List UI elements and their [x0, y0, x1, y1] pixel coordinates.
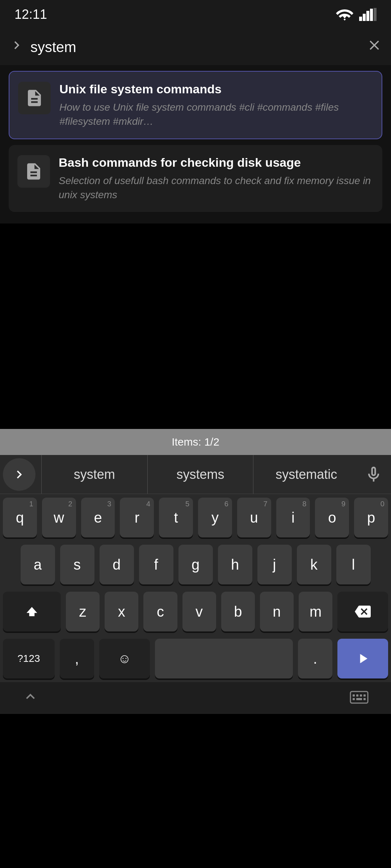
keyboard-settings-icon[interactable]: [349, 689, 369, 707]
key-j[interactable]: j: [257, 545, 292, 584]
items-count-text: Items: 1/2: [172, 436, 219, 448]
key-d[interactable]: d: [100, 545, 134, 584]
key-a[interactable]: a: [21, 545, 55, 584]
wifi-icon: [336, 8, 353, 21]
keyboard-row-4: ?123 , ☺ .: [0, 635, 391, 682]
result-icon-2: [17, 155, 50, 188]
key-n[interactable]: n: [260, 592, 294, 631]
key-q[interactable]: q1: [3, 498, 37, 537]
key-o[interactable]: o9: [315, 498, 349, 537]
key-w[interactable]: w2: [42, 498, 76, 537]
mic-icon[interactable]: [359, 460, 388, 489]
empty-space: [0, 224, 391, 429]
key-y[interactable]: y6: [198, 498, 232, 537]
svg-rect-4: [374, 8, 377, 21]
status-time: 12:11: [14, 7, 47, 22]
key-g[interactable]: g: [178, 545, 213, 584]
key-x[interactable]: x: [105, 592, 138, 631]
svg-rect-9: [363, 694, 366, 697]
svg-rect-7: [356, 694, 358, 697]
result-text-1: Unix file system commands How to use Uni…: [59, 82, 373, 128]
key-m[interactable]: m: [299, 592, 332, 631]
back-chevron-icon[interactable]: [9, 37, 25, 57]
autocomplete-word-systems[interactable]: systems: [147, 455, 253, 494]
svg-rect-11: [356, 698, 362, 700]
svg-rect-6: [353, 694, 355, 697]
svg-rect-3: [370, 9, 373, 21]
autocomplete-word-system[interactable]: system: [41, 455, 147, 494]
result-item-2[interactable]: Bash commands for checking disk usage Se…: [9, 145, 382, 212]
emoji-key[interactable]: ☺: [99, 639, 150, 678]
key-u[interactable]: u7: [237, 498, 271, 537]
result-title-2: Bash commands for checking disk usage: [59, 155, 374, 170]
key-b[interactable]: b: [221, 592, 255, 631]
autocomplete-arrow[interactable]: [3, 458, 35, 491]
results-area: Unix file system commands How to use Uni…: [0, 65, 391, 224]
shift-key[interactable]: [3, 592, 61, 631]
result-desc-2: Selection of usefull bash commands to ch…: [59, 174, 374, 202]
space-key[interactable]: [155, 639, 293, 678]
enter-key[interactable]: [337, 639, 388, 678]
svg-rect-1: [363, 14, 366, 21]
search-input[interactable]: [30, 39, 361, 55]
svg-rect-10: [353, 698, 355, 700]
key-f[interactable]: f: [139, 545, 173, 584]
key-t[interactable]: t5: [159, 498, 193, 537]
key-i[interactable]: i8: [276, 498, 310, 537]
signal-icon: [359, 8, 377, 21]
result-item-1[interactable]: Unix file system commands How to use Uni…: [9, 71, 382, 139]
svg-rect-8: [360, 694, 362, 697]
status-bar: 12:11: [0, 0, 391, 29]
key-v[interactable]: v: [182, 592, 216, 631]
keyboard-row-3: z x c v b n m: [0, 588, 391, 635]
bottom-chevron-icon[interactable]: [22, 688, 39, 709]
autocomplete-word-systematic[interactable]: systematic: [253, 455, 359, 494]
svg-rect-12: [363, 698, 366, 700]
svg-rect-2: [366, 11, 369, 21]
key-r[interactable]: r4: [120, 498, 154, 537]
result-desc-1: How to use Unix file system commands #cl…: [59, 100, 373, 128]
keyboard: q1 w2 e3 r4 t5 y6 u7 i8 o9 p0 a s d f g …: [0, 494, 391, 682]
items-count-bar: Items: 1/2: [0, 429, 391, 455]
period-key[interactable]: .: [298, 639, 332, 678]
key-z[interactable]: z: [66, 592, 100, 631]
search-bar: [0, 29, 391, 65]
num-sym-key[interactable]: ?123: [3, 639, 55, 678]
svg-rect-0: [359, 17, 362, 21]
keyboard-row-1: q1 w2 e3 r4 t5 y6 u7 i8 o9 p0: [0, 494, 391, 541]
key-s[interactable]: s: [60, 545, 94, 584]
comma-key[interactable]: ,: [60, 639, 94, 678]
clear-icon[interactable]: [366, 37, 382, 57]
autocomplete-bar: system systems systematic: [0, 455, 391, 494]
key-e[interactable]: e3: [81, 498, 115, 537]
key-l[interactable]: l: [336, 545, 371, 584]
result-title-1: Unix file system commands: [59, 82, 373, 97]
bottom-bar: [0, 682, 391, 714]
key-h[interactable]: h: [218, 545, 252, 584]
result-text-2: Bash commands for checking disk usage Se…: [59, 155, 374, 202]
status-icons: [336, 8, 377, 21]
svg-rect-5: [350, 692, 368, 703]
result-icon-1: [18, 82, 51, 114]
backspace-key[interactable]: [337, 592, 388, 631]
key-c[interactable]: c: [143, 592, 177, 631]
key-p[interactable]: p0: [354, 498, 388, 537]
keyboard-row-2: a s d f g h j k l: [0, 541, 391, 588]
key-k[interactable]: k: [297, 545, 331, 584]
